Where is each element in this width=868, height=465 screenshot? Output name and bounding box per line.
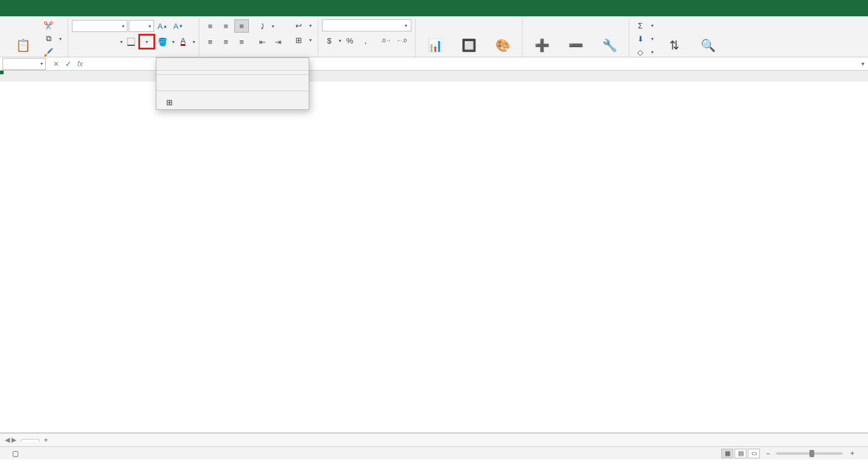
sheet-tab-active[interactable] <box>21 439 39 442</box>
eraser-icon: ◇ <box>635 47 645 57</box>
increase-decimal-button[interactable]: .0→ <box>379 34 393 47</box>
sigma-icon: Σ <box>635 21 645 30</box>
view-page-layout-button[interactable]: ▤ <box>735 449 747 458</box>
align-top-button[interactable]: ≡ <box>203 19 217 33</box>
group-editing: Σ▾ ⬇▾ ◇▾ ⇅ 🔍 <box>629 18 727 57</box>
borders-dropdown-button[interactable]: ▾ <box>140 35 154 48</box>
orientation-button[interactable]: ⤸ <box>255 19 269 33</box>
delete-icon: ➖ <box>567 36 585 54</box>
autosum-button[interactable]: Σ▾ <box>633 19 656 31</box>
format-painter-button[interactable]: 🖌️ <box>41 46 64 58</box>
sort-filter-button[interactable]: ⇅ <box>658 19 690 56</box>
border-icon <box>127 37 135 46</box>
brush-icon: 🖌️ <box>43 47 53 57</box>
merge-icon: ⊞ <box>294 35 303 45</box>
fx-icon[interactable]: fx <box>77 60 83 68</box>
view-page-break-button[interactable]: ▭ <box>748 449 760 458</box>
increase-indent-button[interactable]: ⇥ <box>271 35 285 48</box>
nav-prev-icon[interactable]: ◀ <box>5 436 10 444</box>
table-icon: 🔲 <box>460 36 478 54</box>
fx-controls: ✕ ✓ fx <box>48 60 88 68</box>
conditional-formatting-button[interactable]: 📊 <box>419 19 451 56</box>
zoom-in-button[interactable]: ＋ <box>849 449 856 458</box>
ribbon: 📋 ✂️ ⧉▾ 🖌️ ▾ ▾ A▲ A▼ ▾ <box>0 16 868 57</box>
find-select-button[interactable]: 🔍 <box>692 19 724 56</box>
grid[interactable] <box>0 71 868 433</box>
comma-button[interactable]: , <box>358 34 373 47</box>
wrap-text-button[interactable]: ↩▾ <box>291 19 314 31</box>
sheet-nav[interactable]: ◀▶ <box>0 436 21 444</box>
group-number: ▾ $▾ % , .0→ ←.0 <box>318 18 416 57</box>
group-cells: ➕ ➖ 🔧 <box>522 18 629 57</box>
formula-bar: ▾ ✕ ✓ fx ▾ <box>0 57 868 71</box>
search-icon: 🔍 <box>699 36 717 54</box>
number-format-select[interactable]: ▾ <box>322 19 411 31</box>
ribbon-tabs <box>0 0 868 16</box>
cell-styles-icon: 🎨 <box>493 36 512 54</box>
decrease-indent-button[interactable]: ⇤ <box>255 35 269 48</box>
name-box[interactable]: ▾ <box>2 58 46 70</box>
sort-icon: ⇅ <box>665 36 683 54</box>
merge-center-button[interactable]: ⊞▾ <box>291 34 314 46</box>
italic-button[interactable] <box>88 35 102 48</box>
svg-rect-0 <box>127 38 135 45</box>
clear-button[interactable]: ◇▾ <box>633 46 656 58</box>
macro-record-icon[interactable]: ▢ <box>12 449 19 458</box>
view-normal-button[interactable]: ▦ <box>721 449 733 458</box>
bold-button[interactable] <box>72 35 86 48</box>
nav-next-icon[interactable]: ▶ <box>11 436 16 444</box>
enter-icon[interactable]: ✓ <box>65 60 71 68</box>
font-color-button[interactable]: A <box>176 35 190 48</box>
decrease-font-button[interactable]: A▼ <box>171 19 185 33</box>
cell-styles-button[interactable]: 🎨 <box>487 19 518 56</box>
cut-button[interactable]: ✂️ <box>41 19 64 31</box>
group-styles: 📊 🔲 🎨 <box>416 18 522 57</box>
format-icon: 🔧 <box>600 36 619 54</box>
add-sheet-button[interactable]: ＋ <box>39 435 53 445</box>
fill-button[interactable]: ⬇▾ <box>633 33 656 45</box>
align-middle-button[interactable]: ≡ <box>219 19 233 33</box>
decrease-decimal-button[interactable]: ←.0 <box>394 34 409 47</box>
group-alignment: ≡ ≡ ≡ ⤸▾ ≡ ≡ ≡ ⇤ ⇥ ↩▾ ⊞▾ <box>199 18 318 57</box>
fill-handle[interactable] <box>0 71 4 74</box>
group-font: ▾ ▾ A▲ A▼ ▾ ▾ 🪣▾ A▾ <box>68 18 199 57</box>
align-left-button[interactable]: ≡ <box>203 35 217 48</box>
font-size-select[interactable]: ▾ <box>129 20 154 32</box>
copy-icon: ⧉ <box>43 34 53 43</box>
formula-bar-expand[interactable]: ▾ <box>858 60 868 67</box>
underline-button[interactable] <box>103 35 118 48</box>
paste-button[interactable]: 📋 <box>7 19 39 56</box>
clipboard-icon: 📋 <box>14 36 32 54</box>
dd-header-borders <box>156 58 309 66</box>
zoom-slider[interactable] <box>776 452 843 455</box>
increase-font-button[interactable]: A▲ <box>155 19 170 33</box>
sheet-tabs: ◀▶ ＋ <box>0 433 868 446</box>
borders-button[interactable] <box>124 35 138 48</box>
font-name-select[interactable]: ▾ <box>72 20 127 32</box>
column-headers <box>0 71 868 82</box>
fill-color-button[interactable]: 🪣 <box>155 35 170 48</box>
view-buttons: ▦ ▤ ▭ <box>721 449 760 458</box>
borders-dropdown[interactable]: ⊞ <box>156 57 309 110</box>
currency-button[interactable]: $ <box>322 34 336 47</box>
dd-header-draw <box>156 79 309 87</box>
zoom-out-button[interactable]: − <box>766 450 770 457</box>
align-center-button[interactable]: ≡ <box>219 35 233 48</box>
percent-button[interactable]: % <box>342 34 357 47</box>
format-as-table-button[interactable]: 🔲 <box>453 19 484 56</box>
bucket-icon: 🪣 <box>158 37 167 46</box>
dd-more-borders[interactable]: ⊞ <box>156 95 309 109</box>
copy-button[interactable]: ⧉▾ <box>41 33 64 45</box>
scissors-icon: ✂️ <box>43 21 53 30</box>
group-clipboard: 📋 ✂️ ⧉▾ 🖌️ <box>4 18 68 57</box>
align-bottom-button[interactable]: ≡ <box>234 19 249 33</box>
insert-button[interactable]: ➕ <box>526 19 558 56</box>
font-color-icon: A <box>181 37 186 46</box>
cancel-icon[interactable]: ✕ <box>53 60 59 68</box>
insert-icon: ➕ <box>533 36 551 54</box>
delete-button[interactable]: ➖ <box>560 19 591 56</box>
status-bar: ▢ ▦ ▤ ▭ − ＋ <box>0 446 868 460</box>
format-cells-button[interactable]: 🔧 <box>594 19 625 56</box>
fill-icon: ⬇ <box>635 34 645 43</box>
align-right-button[interactable]: ≡ <box>234 35 249 48</box>
